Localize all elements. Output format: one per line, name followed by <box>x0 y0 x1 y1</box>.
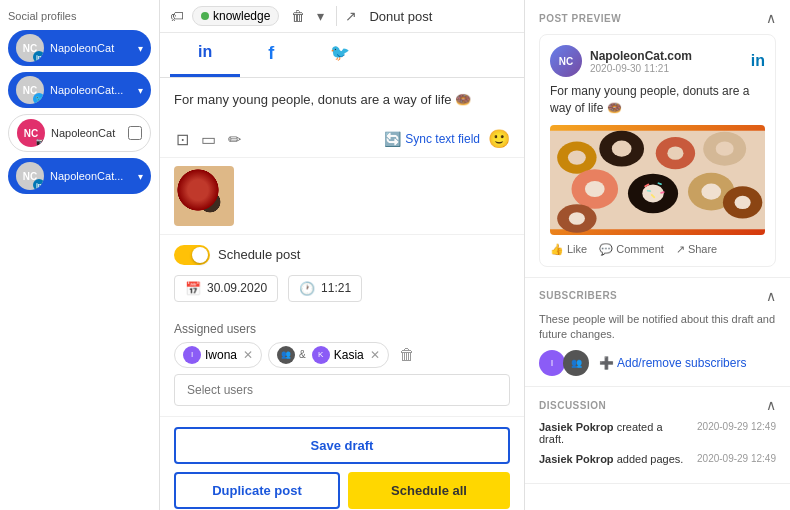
preview-actions: 👍 Like 💬 Comment ↗ Share <box>550 243 765 256</box>
chevron-down-icon-2: ▾ <box>138 85 143 96</box>
action-buttons: Save draft Duplicate post Schedule all <box>160 416 524 511</box>
tab-linkedin[interactable]: in <box>170 33 240 77</box>
schedule-label: Schedule post <box>218 247 300 262</box>
schedule-all-button[interactable]: Schedule all <box>348 472 510 509</box>
preview-avatar: NC <box>550 45 582 77</box>
preview-meta: NapoleonCat.com 2020-09-30 11:21 <box>590 49 751 74</box>
discussion-author-1: Jasiek Pokrop <box>539 421 614 433</box>
expand-icon[interactable]: ⊡ <box>174 128 191 151</box>
post-title-area <box>369 9 514 24</box>
subscribers-title: SUBSCRIBERS <box>539 290 617 301</box>
add-subscriber-button[interactable]: ➕ Add/remove subscribers <box>599 356 746 370</box>
user-tag-kasia: 👥 & K Kasia ✕ <box>268 342 389 368</box>
profile-item-2[interactable]: NC 🐦 NapoleonCat... ▾ <box>8 72 151 108</box>
duplicate-post-button[interactable]: Duplicate post <box>174 472 340 509</box>
save-draft-button[interactable]: Save draft <box>174 427 510 464</box>
edit-box-icon[interactable]: ▭ <box>199 128 218 151</box>
profile-item-1[interactable]: NC in NapoleonCat ▾ <box>8 30 151 66</box>
subscriber-avatar-2: 👥 <box>563 350 589 376</box>
post-image-thumbnail[interactable] <box>174 166 234 226</box>
profile-checkbox-3[interactable] <box>128 126 142 140</box>
preview-title: POST PREVIEW <box>539 13 621 24</box>
profile-avatar-2: NC 🐦 <box>16 76 44 104</box>
user-name-kasia: Kasia <box>334 348 364 362</box>
user-avatar-kasia: 👥 <box>277 346 295 364</box>
thumbs-up-icon: 👍 <box>550 243 564 256</box>
schedule-toggle[interactable] <box>174 245 210 265</box>
knowledge-label: knowledge <box>213 9 270 23</box>
tag-icon: 🏷 <box>170 8 184 24</box>
profile-avatar-4: NC in <box>16 162 44 190</box>
comment-icon: 💬 <box>599 243 613 256</box>
discussion-action-text-2: added pages. <box>617 453 684 465</box>
preview-section: POST PREVIEW ∧ NC NapoleonCat.com 2020-0… <box>525 0 790 278</box>
plus-icon: ➕ <box>599 356 614 370</box>
tab-twitter[interactable]: 🐦 <box>302 33 378 77</box>
date-field[interactable]: 📅 30.09.2020 <box>174 275 278 302</box>
pencil-icon[interactable]: ✏ <box>226 128 243 151</box>
preview-collapse-button[interactable]: ∧ <box>766 10 776 26</box>
toolbar-right: 🔄 Sync text field 🙂 <box>384 128 510 150</box>
svg-point-6 <box>667 146 683 159</box>
discussion-title: DISCUSSION <box>539 400 606 411</box>
sidebar-title: Social profiles <box>8 10 151 22</box>
preview-image <box>550 125 765 235</box>
assigned-section: Assigned users I Iwona ✕ 👥 & K Kasia ✕ 🗑 <box>160 322 524 416</box>
discussion-item-2: Jasiek Pokrop added pages. 2020-09-29 12… <box>539 453 776 465</box>
subscriber-avatar-1: I <box>539 350 565 376</box>
discussion-collapse-button[interactable]: ∧ <box>766 397 776 413</box>
remove-kasia-button[interactable]: ✕ <box>370 349 380 361</box>
knowledge-badge[interactable]: knowledge <box>192 6 279 26</box>
chevron-down-icon-4: ▾ <box>138 171 143 182</box>
svg-point-19 <box>701 183 721 199</box>
discussion-time-1: 2020-09-29 12:49 <box>697 421 776 432</box>
preview-share-button[interactable]: ↗ Share <box>676 243 717 256</box>
discussion-header: DISCUSSION ∧ <box>539 397 776 413</box>
profile-name-3: NapoleonCat <box>51 127 124 139</box>
sidebar: Social profiles NC in NapoleonCat ▾ NC 🐦… <box>0 0 160 510</box>
schedule-section: Schedule post 📅 30.09.2020 🕐 11:21 <box>160 234 524 322</box>
subscribers-section: SUBSCRIBERS ∧ These people will be notif… <box>525 278 790 388</box>
donut-image-svg <box>550 125 765 235</box>
emoji-button[interactable]: 🙂 <box>488 128 510 150</box>
time-field[interactable]: 🕐 11:21 <box>288 275 362 302</box>
user-tag-iwona: I Iwona ✕ <box>174 342 262 368</box>
schedule-toggle-row: Schedule post <box>174 245 510 265</box>
profile-item-3[interactable]: NC 📷 NapoleonCat <box>8 114 151 152</box>
main-content: 🏷 knowledge 🗑 ▾ ↗ in f 🐦 For many young … <box>160 0 525 510</box>
discussion-text-2: Jasiek Pokrop added pages. <box>539 453 689 465</box>
preview-comment-button[interactable]: 💬 Comment <box>599 243 664 256</box>
divider <box>336 6 337 26</box>
svg-point-8 <box>716 141 734 155</box>
post-title-input[interactable] <box>369 9 514 24</box>
editor-toolbar: ⊡ ▭ ✏ 🔄 Sync text field 🙂 <box>160 122 524 158</box>
share-label: Share <box>688 243 717 255</box>
sync-text-button[interactable]: 🔄 Sync text field <box>384 131 480 147</box>
btn-row: Duplicate post Schedule all <box>174 472 510 509</box>
preview-name: NapoleonCat.com <box>590 49 751 63</box>
preview-header: POST PREVIEW ∧ <box>539 10 776 26</box>
svg-point-10 <box>585 180 605 196</box>
subscribers-description: These people will be notified about this… <box>539 312 776 343</box>
remove-iwona-button[interactable]: ✕ <box>243 349 253 361</box>
discussion-text-1: Jasiek Pokrop created a draft. <box>539 421 689 445</box>
profile-avatar-3: NC 📷 <box>17 119 45 147</box>
discussion-item-1: Jasiek Pokrop created a draft. 2020-09-2… <box>539 421 776 445</box>
profile-item-4[interactable]: NC in NapoleonCat... ▾ <box>8 158 151 194</box>
preview-like-button[interactable]: 👍 Like <box>550 243 587 256</box>
select-users-input[interactable] <box>174 374 510 406</box>
svg-point-23 <box>735 195 751 208</box>
profile-name-2: NapoleonCat... <box>50 84 136 96</box>
tab-facebook[interactable]: f <box>240 33 302 77</box>
dropdown-tag-button[interactable]: ▾ <box>313 6 328 26</box>
user-avatar-kasia-2: K <box>312 346 330 364</box>
calendar-icon: 📅 <box>185 281 201 296</box>
subscribers-collapse-button[interactable]: ∧ <box>766 288 776 304</box>
sync-text-label: Sync text field <box>405 132 480 146</box>
svg-point-4 <box>612 140 632 156</box>
delete-users-button[interactable]: 🗑 <box>399 346 415 364</box>
subscribers-header: SUBSCRIBERS ∧ <box>539 288 776 304</box>
discussion-row-2: Jasiek Pokrop added pages. 2020-09-29 12… <box>539 453 776 465</box>
delete-tag-button[interactable]: 🗑 <box>287 6 309 26</box>
comment-label: Comment <box>616 243 664 255</box>
